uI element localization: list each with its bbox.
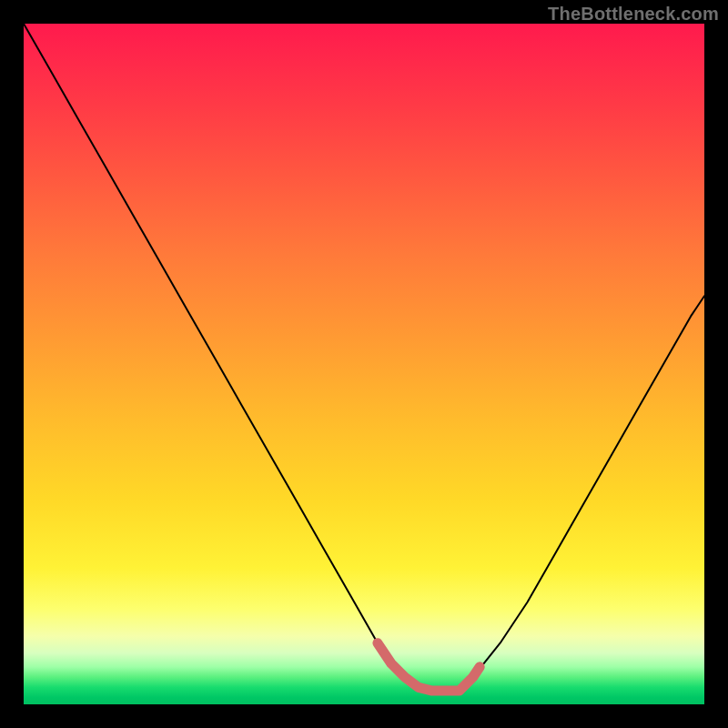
chart-plot-area <box>24 24 704 704</box>
chart-frame: TheBottleneck.com <box>0 0 728 728</box>
bottleneck-curve <box>24 24 704 691</box>
optimal-highlight <box>378 643 480 691</box>
chart-svg <box>24 24 704 704</box>
watermark-text: TheBottleneck.com <box>548 4 719 25</box>
